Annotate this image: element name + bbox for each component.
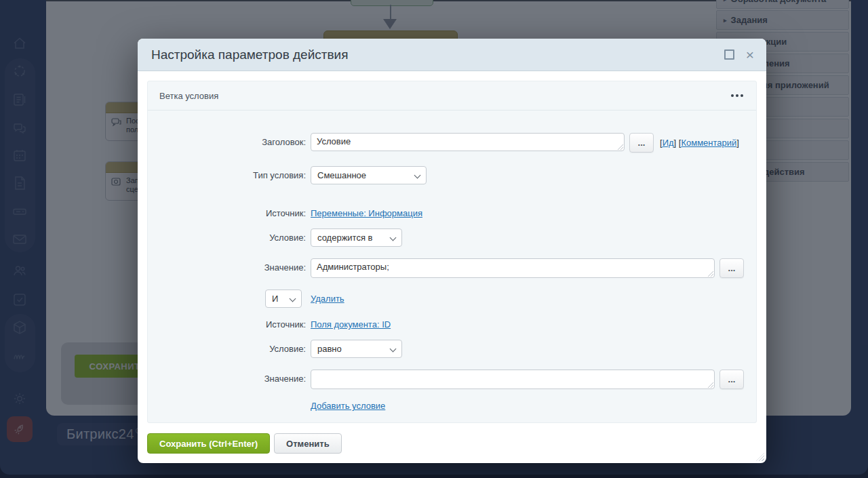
delete-condition-link[interactable]: Удалить <box>311 290 344 308</box>
id-link[interactable]: Ид <box>663 138 674 148</box>
operator-label: Условие: <box>148 340 311 358</box>
section-title: Ветка условия <box>159 91 218 101</box>
condition-branch-panel: Ветка условия Заголовок: Условие ... [Ид… <box>147 81 757 423</box>
action-settings-dialog: Настройка параметров действия × Ветка ус… <box>138 39 766 463</box>
dialog-title: Настройка параметров действия <box>151 47 348 62</box>
value-more-button[interactable]: ... <box>719 258 744 278</box>
operator-select[interactable]: содержится в <box>311 228 402 247</box>
source-label: Источник: <box>148 207 311 220</box>
value-input[interactable] <box>311 370 715 389</box>
close-icon[interactable]: × <box>746 48 754 62</box>
dialog-header: Настройка параметров действия × <box>138 39 766 71</box>
add-condition-link[interactable]: Добавить условие <box>311 401 385 411</box>
title-more-button[interactable]: ... <box>629 133 654 153</box>
section-menu-icon[interactable] <box>730 92 745 100</box>
value-input[interactable]: Администраторы; <box>311 258 715 278</box>
joiner-select[interactable]: И <box>265 290 302 308</box>
chevron-down-icon <box>390 235 397 241</box>
source-label: Источник: <box>148 319 311 331</box>
cancel-button[interactable]: Отменить <box>274 433 342 454</box>
source-link[interactable]: Поля документа: ID <box>311 319 391 331</box>
save-button[interactable]: Сохранить (Ctrl+Enter) <box>147 433 270 454</box>
source-link[interactable]: Переменные: Информация <box>311 207 422 220</box>
title-label: Заголовок: <box>148 133 311 151</box>
maximize-icon[interactable] <box>724 49 734 60</box>
condition-type-label: Тип условия: <box>148 166 311 184</box>
value-label: Значение: <box>148 258 311 277</box>
title-input[interactable]: Условие <box>311 133 625 151</box>
operator-select[interactable]: равно <box>311 340 402 358</box>
value-more-button[interactable]: ... <box>719 370 744 389</box>
condition-type-select[interactable]: Смешанное <box>311 166 427 184</box>
comment-link[interactable]: Комментарий <box>681 138 736 148</box>
chevron-down-icon <box>390 346 397 353</box>
chevron-down-icon <box>414 172 421 179</box>
chevron-down-icon <box>290 296 296 302</box>
value-label: Значение: <box>148 370 311 388</box>
operator-label: Условие: <box>148 228 311 247</box>
